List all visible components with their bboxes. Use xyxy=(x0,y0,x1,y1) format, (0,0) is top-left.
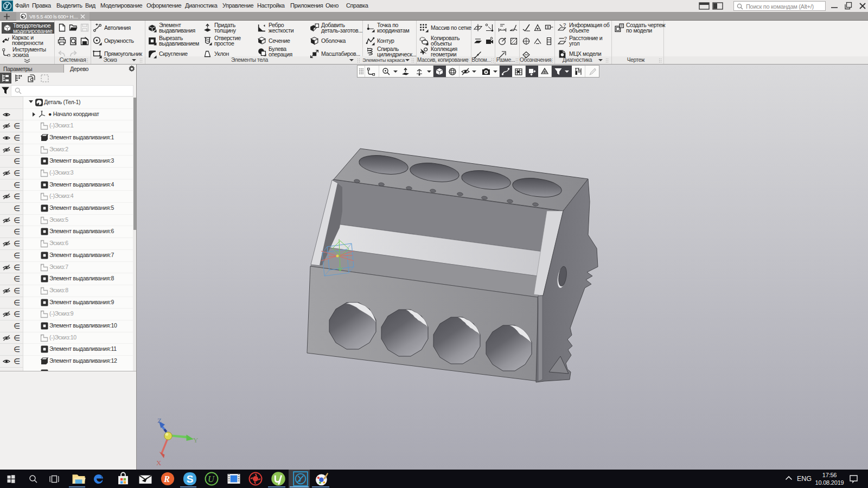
svg-text:Z: Z xyxy=(157,416,162,425)
svg-text:R: R xyxy=(163,474,170,484)
svg-text:X: X xyxy=(156,459,162,467)
svg-text:?: ? xyxy=(564,36,567,41)
svg-text:U: U xyxy=(208,474,215,484)
svg-text:Y: Y xyxy=(193,436,199,444)
svg-text:?: ? xyxy=(563,23,566,28)
svg-text:S: S xyxy=(187,473,194,485)
